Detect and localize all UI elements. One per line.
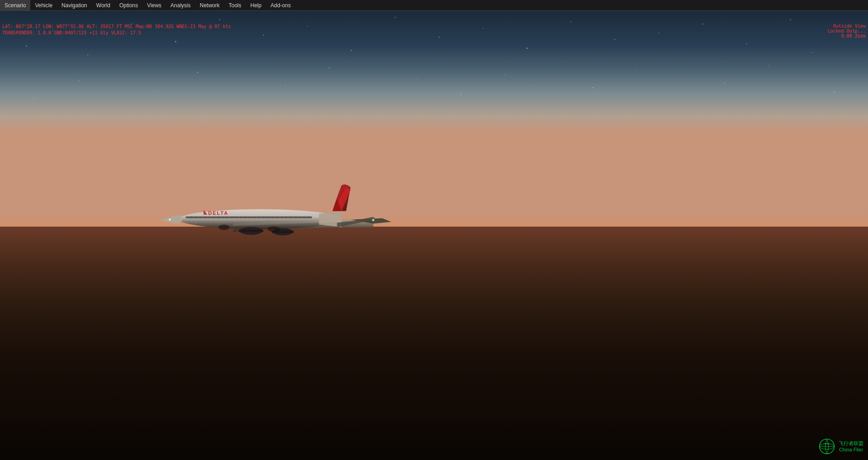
svg-rect-73 — [285, 216, 287, 218]
svg-rect-70 — [271, 216, 274, 218]
watermark-line1: 飞行者联盟 — [839, 440, 863, 446]
svg-point-81 — [372, 219, 374, 221]
menu-navigation[interactable]: Navigation — [57, 0, 92, 10]
watermark: 飞行者联盟 China Flier — [818, 437, 863, 455]
svg-point-50 — [267, 226, 280, 232]
svg-rect-71 — [276, 216, 278, 218]
svg-rect-62 — [235, 216, 237, 218]
watermark-line2: China Flier — [839, 446, 863, 453]
svg-rect-56 — [208, 216, 210, 218]
view-info: Outside View Locked Outp... 0.00 Zoom — [828, 24, 866, 38]
svg-rect-67 — [258, 216, 260, 218]
view-mode: Outside View — [828, 24, 866, 28]
viewport: DELTA LAT: N07°28.17 LON: W077°32.06 ALT… — [0, 11, 868, 460]
svg-rect-64 — [244, 216, 246, 218]
menu-analysis[interactable]: Analysis — [166, 0, 195, 10]
menu-vehicle[interactable]: Vehicle — [30, 0, 57, 10]
svg-rect-57 — [212, 216, 215, 218]
svg-rect-76 — [298, 216, 301, 218]
svg-rect-58 — [217, 216, 219, 218]
svg-rect-60 — [226, 216, 228, 218]
menu-views[interactable]: Views — [142, 0, 166, 10]
svg-rect-78 — [307, 216, 310, 218]
menu-world[interactable]: World — [92, 0, 115, 10]
menu-network[interactable]: Network — [195, 0, 224, 10]
svg-point-43 — [179, 209, 341, 229]
svg-rect-63 — [240, 216, 242, 218]
china-flier-logo — [818, 437, 836, 455]
svg-rect-69 — [267, 216, 269, 218]
svg-rect-66 — [253, 216, 255, 218]
zoom-level: 0.00 Zoom — [828, 33, 866, 38]
menu-scenario[interactable]: Scenario — [0, 0, 30, 10]
svg-point-49 — [218, 224, 229, 230]
menu-options[interactable]: Options — [115, 0, 142, 10]
aircraft: DELTA — [111, 160, 405, 264]
svg-rect-68 — [262, 216, 264, 218]
svg-rect-55 — [203, 216, 206, 218]
svg-rect-75 — [294, 216, 296, 218]
watermark-text: 飞行者联盟 China Flier — [839, 440, 863, 453]
svg-rect-54 — [199, 216, 201, 218]
svg-text:DELTA: DELTA — [208, 210, 228, 215]
debug-line-2: TRANSPONDER: 1.0.0 GND:0407/133 +11 Gly … — [2, 30, 231, 36]
svg-point-82 — [169, 218, 170, 220]
svg-rect-53 — [194, 216, 197, 218]
menu-help[interactable]: Help — [246, 0, 266, 10]
locked-view: Locked Outp... — [828, 28, 866, 33]
svg-rect-65 — [249, 216, 251, 218]
menu-tools[interactable]: Tools — [224, 0, 246, 10]
menubar: Scenario Vehicle Navigation World Option… — [0, 0, 868, 11]
svg-rect-59 — [222, 216, 224, 218]
svg-rect-77 — [303, 216, 305, 218]
menu-add-ons[interactable]: Add-ons — [266, 0, 295, 10]
svg-rect-52 — [190, 216, 192, 218]
svg-rect-61 — [231, 216, 233, 218]
svg-rect-72 — [280, 216, 283, 218]
debug-line-1: LAT: N07°28.17 LON: W077°32.06 ALT: 3501… — [2, 24, 231, 30]
svg-rect-74 — [289, 216, 292, 218]
debug-overlay: LAT: N07°28.17 LON: W077°32.06 ALT: 3501… — [2, 24, 231, 36]
